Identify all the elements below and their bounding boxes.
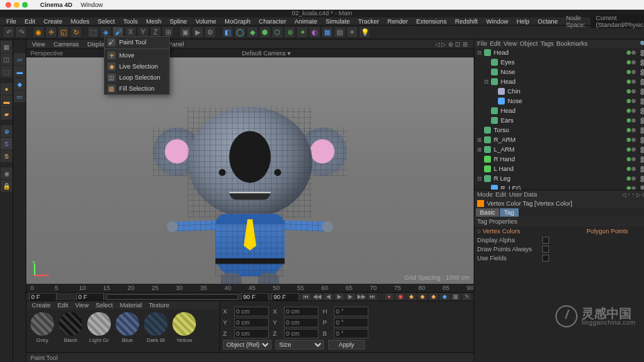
obj-row-head[interactable]: ⊟Head: [474, 77, 644, 87]
expand-icon[interactable]: ⊟: [477, 50, 483, 56]
obj-row-head[interactable]: ⊟Head: [474, 48, 644, 57]
tag-icon[interactable]: [641, 69, 644, 75]
obj-row-eyes[interactable]: Eyes: [474, 57, 644, 67]
menu-spline[interactable]: Spline: [166, 18, 190, 25]
size-z[interactable]: [284, 329, 319, 338]
prev-key-icon[interactable]: ◀◀: [313, 293, 321, 300]
keyframe-sel-icon[interactable]: ✎: [463, 293, 471, 300]
size-y[interactable]: [284, 318, 319, 327]
mac-menu-window[interactable]: Window: [81, 1, 103, 8]
menu-octane[interactable]: Octane: [535, 18, 562, 25]
menu-mograph[interactable]: MoGraph: [221, 18, 254, 25]
mat-menu-texture[interactable]: Texture: [146, 302, 172, 309]
obj-row-nose[interactable]: Nose: [474, 96, 644, 106]
snap-v-icon[interactable]: ▱: [14, 53, 26, 65]
goto-start-icon[interactable]: ⏮: [302, 293, 310, 300]
render-icon[interactable]: ▣: [179, 26, 191, 38]
popup-move[interactable]: ✛Move: [105, 50, 169, 61]
menu-volume[interactable]: Volume: [192, 18, 220, 25]
obj-row-r_arm[interactable]: ⊞R_ARM: [474, 135, 644, 145]
obj-row-r_leg[interactable]: R_LEG: [474, 183, 644, 190]
key-pla-icon[interactable]: ▦: [451, 293, 460, 300]
obj-row-ears[interactable]: Ears: [474, 116, 644, 125]
visibility-dots[interactable]: [627, 147, 636, 152]
tag-icon[interactable]: [641, 127, 644, 134]
menu-mesh[interactable]: Mesh: [143, 18, 165, 25]
points-mode-icon[interactable]: ●: [1, 83, 12, 95]
obj-menu-view[interactable]: View: [503, 40, 517, 47]
rot-h[interactable]: [334, 307, 368, 316]
tag-icon[interactable]: [641, 156, 644, 163]
tag-icon[interactable]: [641, 137, 644, 143]
visibility-dots[interactable]: [627, 70, 636, 74]
obj-search-icon[interactable]: 🔍 ⊙: [640, 41, 644, 47]
obj-menu-tags[interactable]: Tags: [540, 40, 553, 47]
coord-mode-select[interactable]: Object (Rel): [223, 340, 271, 350]
apply-button[interactable]: Apply: [328, 340, 365, 350]
env-icon[interactable]: ▦: [321, 26, 333, 38]
attr-tab-basic[interactable]: Basic: [476, 208, 499, 217]
menu-render[interactable]: Render: [384, 18, 411, 25]
snap1-icon[interactable]: S: [1, 138, 12, 150]
tag-icon[interactable]: [641, 118, 644, 124]
mograph-icon[interactable]: ✦: [296, 26, 308, 38]
spline-icon[interactable]: ◯: [234, 26, 246, 38]
nodespace-value[interactable]: Current (Standard/Physical): [591, 15, 644, 28]
record-icon[interactable]: ●: [385, 293, 393, 300]
visibility-dots[interactable]: [627, 128, 636, 132]
visibility-dots[interactable]: [627, 157, 636, 161]
light-icon[interactable]: ☀: [346, 26, 358, 38]
rot-p[interactable]: [334, 318, 368, 327]
checkbox[interactable]: [542, 237, 549, 244]
size-x[interactable]: [284, 307, 319, 316]
tag-icon[interactable]: [641, 108, 644, 114]
pos-x[interactable]: [234, 307, 269, 316]
snap-p-icon[interactable]: ◆: [14, 78, 26, 90]
render-settings-icon[interactable]: ⚙: [204, 26, 216, 38]
tag-icon[interactable]: [641, 147, 644, 153]
menu-help[interactable]: Help: [513, 18, 533, 25]
mat-menu-material[interactable]: Material: [117, 302, 145, 309]
tag-icon[interactable]: [641, 60, 644, 66]
field-icon[interactable]: ⊛: [284, 26, 296, 38]
expand-icon[interactable]: ⊞: [477, 147, 483, 153]
obj-row-r-hand[interactable]: R Hand: [474, 154, 644, 164]
menu-create[interactable]: Create: [40, 18, 66, 25]
menu-window[interactable]: Window: [483, 18, 512, 25]
next-key-icon[interactable]: ▶▶: [357, 293, 366, 300]
checkbox[interactable]: [542, 246, 549, 253]
generator3-icon[interactable]: ⬡: [271, 26, 283, 38]
generator-icon[interactable]: ◆: [247, 26, 258, 38]
model-mode-icon[interactable]: ▦: [1, 41, 12, 53]
menu-edit[interactable]: Edit: [21, 18, 39, 25]
menu-extensions[interactable]: Extensions: [413, 18, 450, 25]
visibility-dots[interactable]: [627, 167, 636, 171]
menu-select[interactable]: Select: [94, 18, 118, 25]
visibility-dots[interactable]: [627, 118, 636, 123]
visibility-dots[interactable]: [627, 109, 636, 113]
tag-icon[interactable]: [641, 98, 644, 105]
timeline-slider-start[interactable]: [76, 293, 104, 301]
tag-icon[interactable]: 💡: [359, 26, 370, 38]
material-blue[interactable]: Blue: [114, 312, 141, 343]
key-scale-icon[interactable]: ◆: [418, 293, 427, 300]
viewport-nav-icons[interactable]: ◁ ▷ ⊕ ⊡ ⊞: [432, 41, 471, 48]
tag-icon[interactable]: [641, 50, 644, 56]
key-param-icon[interactable]: ◆: [440, 293, 449, 300]
obj-row-nose[interactable]: Nose: [474, 67, 644, 77]
key-rot-icon[interactable]: ◆: [429, 293, 438, 300]
mat-menu-view[interactable]: View: [73, 302, 91, 309]
snap-m-icon[interactable]: ▭: [14, 91, 26, 102]
mat-menu-edit[interactable]: Edit: [55, 302, 71, 309]
axis-mode-icon[interactable]: ⊕: [1, 125, 12, 137]
popup-paint-tool[interactable]: 🖌Paint Tool: [105, 37, 169, 48]
visibility-dots[interactable]: [627, 177, 636, 181]
polys-mode-icon[interactable]: ▰: [1, 108, 12, 120]
key-pos-icon[interactable]: ◆: [407, 293, 415, 300]
popup-fill-selection[interactable]: ▧Fill Selection: [105, 83, 169, 94]
obj-row-head[interactable]: Head: [474, 106, 644, 116]
autokey-icon[interactable]: ◉: [396, 293, 404, 300]
scale-icon[interactable]: ◱: [57, 26, 69, 38]
menu-tracker[interactable]: Tracker: [355, 18, 382, 25]
timeline-slider[interactable]: [107, 294, 238, 300]
